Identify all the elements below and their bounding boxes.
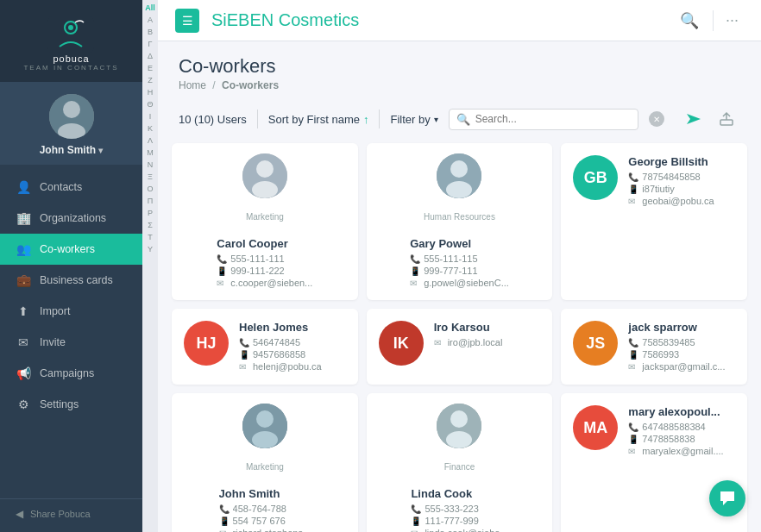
menu-button[interactable]: ☰ (175, 9, 199, 33)
logo-name: pobuca (53, 53, 89, 64)
phone2-jack-sparrow: 📱7586993 (628, 349, 735, 360)
alpha-r[interactable]: P (142, 207, 158, 219)
email-jack-sparrow: ✉jackspar@gmail.c... (628, 361, 735, 372)
phone-icon: 📞 (219, 504, 230, 514)
info-iro-karsou: Iro Karsou ✉iro@jpb.local (434, 321, 541, 349)
user-chevron: ▾ (98, 146, 103, 155)
alpha-sigma[interactable]: Σ (142, 219, 158, 231)
sidebar-item-label: Co-workers (40, 243, 95, 255)
logo-area: pobuca TEAM IN CONTACTS (0, 0, 142, 82)
more-button[interactable]: ··· (720, 11, 744, 29)
alpha-m[interactable]: M (142, 147, 158, 159)
alpha-h[interactable]: H (142, 86, 158, 98)
contact-card-john-smith[interactable]: Marketing John Smith 📞458-764-788 📱554 7… (172, 393, 358, 532)
sidebar-bottom: ◀ Share Pobuca (0, 498, 142, 532)
contact-card-iro-karsou[interactable]: IK Iro Karsou ✉iro@jpb.local (367, 309, 553, 385)
search-input[interactable] (475, 113, 631, 125)
export-button[interactable] (713, 105, 740, 133)
avatar-john-smith (242, 404, 287, 448)
name-linda-cook: Linda Cook (411, 487, 507, 500)
email-iro-karsou: ✉iro@jpb.local (434, 337, 541, 347)
sort-button[interactable]: Sort by First name ↑ (268, 113, 369, 126)
info-helen-jomes: Helen Jomes 📞546474845 📱9457686858 ✉hele… (239, 321, 346, 373)
phone2-john-smith: 📱554 757 676 (219, 516, 311, 526)
alpha-lambda[interactable]: Λ (142, 135, 158, 147)
sidebar-item-contacts[interactable]: 👤 Contacts (0, 172, 142, 203)
filter-chevron-icon: ▾ (434, 115, 438, 124)
cards-area: Marketing Carol Cooper 📞555-111-111 📱999… (158, 140, 761, 532)
email-icon: ✉ (628, 197, 638, 206)
hamburger-icon: ☰ (182, 14, 193, 28)
clear-search-button[interactable]: ✕ (649, 111, 664, 127)
email-icon: ✉ (411, 529, 421, 533)
alpha-b[interactable]: B (142, 26, 158, 38)
chat-bubble[interactable] (709, 480, 745, 516)
breadcrumb-home[interactable]: Home (179, 79, 206, 91)
alpha-z[interactable]: Z (142, 74, 158, 86)
phone2-helen-jomes: 📱9457686858 (239, 349, 346, 360)
avatar-iro-karsou: IK (379, 321, 424, 366)
phone-icon: 📞 (410, 254, 420, 264)
phone2-carol-cooper: 📱999-111-222 (217, 266, 312, 276)
name-mary-alexopoul: mary alexopoul... (628, 405, 735, 418)
alpha-o[interactable]: O (142, 183, 158, 195)
avatar-jack-sparrow: JS (573, 321, 618, 366)
email-mary-alexopoul: ✉maryalex@gmail.... (628, 446, 735, 456)
alpha-delta[interactable]: Δ (142, 50, 158, 62)
contact-card-gary-powel[interactable]: Human Resources Gary Powel 📞555-111-115 … (367, 143, 553, 300)
alpha-e[interactable]: E (142, 62, 158, 74)
sidebar-item-co-workers[interactable]: 👥 Co-workers (0, 234, 142, 265)
alpha-theta[interactable]: Θ (142, 98, 158, 110)
name-john-smith: John Smith (219, 487, 311, 500)
sidebar-item-business-cards[interactable]: 💼 Business cards (0, 265, 142, 296)
action-buttons (680, 105, 740, 133)
nav-menu: 👤 Contacts 🏢 Organizations 👥 Co-workers … (0, 165, 142, 498)
alpha-gamma[interactable]: Γ (142, 38, 158, 50)
avatar-mary-alexopoul: MA (573, 405, 618, 450)
info-george-billsith: George Billsith 📞78754845858 📱i87tiutiy … (628, 155, 735, 208)
breadcrumb-separator: / (212, 79, 218, 91)
sidebar-item-campaigns[interactable]: 📢 Campaigns (0, 358, 142, 389)
email-icon: ✉ (239, 362, 249, 372)
email-icon: ✉ (628, 447, 638, 456)
share-pobuca-button[interactable]: ◀ Share Pobuca (16, 508, 127, 520)
alpha-t[interactable]: T (142, 231, 158, 243)
sort-label: Sort by First name (268, 113, 360, 126)
coworkers-icon: 👥 (16, 241, 31, 257)
alpha-all[interactable]: All (142, 2, 158, 14)
alpha-n[interactable]: N (142, 159, 158, 171)
svg-point-19 (446, 431, 472, 448)
user-section[interactable]: John Smith ▾ (0, 82, 142, 165)
alpha-pi[interactable]: Π (142, 195, 158, 207)
sidebar-item-invite[interactable]: ✉ Invite (0, 327, 142, 358)
alpha-y[interactable]: Y (142, 243, 158, 255)
alpha-xi[interactable]: Ξ (142, 171, 158, 183)
sidebar-item-settings[interactable]: ⚙ Settings (0, 389, 142, 420)
contact-card-jack-sparrow[interactable]: JS jack sparrow 📞7585839485 📱7586993 ✉ja… (561, 309, 747, 385)
name-gary-powel: Gary Powel (410, 237, 509, 250)
contact-card-george-billsith[interactable]: GB George Billsith 📞78754845858 📱i87tiut… (561, 143, 747, 300)
search-icon[interactable]: 🔍 (673, 11, 706, 30)
email-gary-powel: ✉g.powel@siebenC... (410, 278, 509, 288)
page-title: Co-workers (179, 55, 740, 78)
sidebar-item-import[interactable]: ⬆ Import (0, 296, 142, 327)
filter-button[interactable]: Filter by ▾ (390, 113, 437, 126)
sidebar-item-label: Business cards (40, 274, 113, 286)
avatar (49, 94, 94, 139)
contact-card-carol-cooper[interactable]: Marketing Carol Cooper 📞555-111-111 📱999… (172, 143, 358, 300)
sidebar: pobuca TEAM IN CONTACTS John Smith ▾ 👤 C… (0, 0, 142, 532)
send-button[interactable] (680, 105, 708, 133)
toolbar-divider2 (379, 110, 380, 128)
search-box-icon: 🔍 (456, 113, 470, 126)
email-george-billsith: ✉geobai@pobu.ca (628, 196, 735, 206)
phone-icon: 📞 (628, 422, 638, 432)
alpha-k[interactable]: K (142, 122, 158, 135)
contact-card-helen-jomes[interactable]: HJ Helen Jomes 📞546474845 📱9457686858 ✉h… (172, 309, 358, 385)
alpha-a[interactable]: A (142, 14, 158, 26)
alpha-i[interactable]: I (142, 110, 158, 122)
sidebar-item-organizations[interactable]: 🏢 Organizations (0, 203, 142, 234)
app-name-suffix: Cosmetics (274, 10, 359, 29)
name-helen-jomes: Helen Jomes (239, 321, 346, 334)
email-icon: ✉ (217, 279, 227, 288)
contact-card-linda-cook[interactable]: Finance Linda Cook 📞555-333-223 📱111-777… (367, 393, 553, 532)
